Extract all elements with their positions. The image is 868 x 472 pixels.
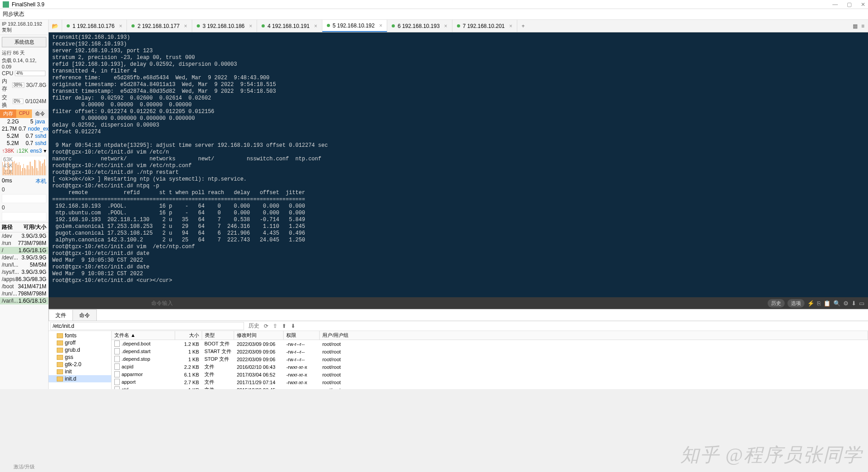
tree-node[interactable]: gtk-2.0 [49, 361, 111, 368]
lat-chart [2, 194, 46, 203]
close-icon[interactable]: × [509, 23, 512, 29]
status-dot-icon [392, 24, 395, 27]
sysinfo-button[interactable]: 系统信息 [2, 37, 46, 47]
app-icon [3, 1, 9, 8]
disk-row: /boot341M/471M [0, 283, 48, 290]
folder-icon [57, 348, 63, 353]
copy-icon[interactable]: ⎘ [817, 300, 821, 307]
history-label[interactable]: 历史 [247, 322, 261, 330]
file-row[interactable]: acpid2.2 KB文件2016/02/10 06:43-rwxr-xr-xr… [112, 363, 868, 371]
close-icon[interactable]: × [119, 23, 122, 29]
disk-row: /dev/...3.9G/3.9G [0, 254, 48, 261]
tree-node[interactable]: gss [49, 354, 111, 361]
paste-icon[interactable]: 📋 [823, 300, 831, 307]
command-input[interactable] [151, 300, 466, 306]
tab-file[interactable]: 文件 [49, 309, 73, 321]
file-list[interactable]: 文件名 ▲ 大小 类型 修改时间 权限 用户/用户组 .depend.boot1… [112, 331, 868, 389]
status-dot-icon [327, 24, 330, 27]
command-bar: 历史 选项 ⚡ ⎘ 📋 🔍 ⚙ ⬇ ▭ [49, 297, 868, 309]
session-tab[interactable]: 1 192.168.10.176× [62, 20, 127, 32]
session-tab[interactable]: 5 192.168.10.192× [322, 20, 387, 32]
disk-row: /1.6G/18.1G [0, 247, 48, 254]
menu-icon[interactable]: ≡ [861, 23, 864, 29]
close-button[interactable]: ✕ [861, 1, 865, 8]
file-row[interactable]: apparmor6.1 KB文件2017/03/04 06:52-rwxr-xr… [112, 371, 868, 378]
search-icon[interactable]: 🔍 [833, 300, 841, 307]
disk-row: /apps86.3G/98.3G [0, 276, 48, 283]
file-row[interactable]: atd1 KB文件2015/12/06 23:45-rwxr-xr-xroot/… [112, 386, 868, 389]
status-dot-icon [457, 24, 460, 27]
add-tab-button[interactable]: + [517, 20, 529, 32]
download-icon[interactable]: ⬇ [851, 300, 856, 307]
folder-icon [57, 355, 63, 360]
file-row[interactable]: .depend.boot1.2 KBBOOT 文件2022/03/09 09:0… [112, 340, 868, 348]
session-tab[interactable]: 3 192.168.10.186× [192, 20, 257, 32]
disk-row: /sys/f...3.9G/3.9G [0, 268, 48, 276]
session-tab[interactable]: 7 192.168.10.201× [452, 20, 517, 32]
tree-node[interactable]: groff [49, 339, 111, 346]
folder-icon [57, 333, 63, 338]
file-icon [114, 348, 120, 354]
min-button[interactable]: — [832, 1, 838, 8]
download2-icon[interactable]: ⬇ [289, 323, 297, 329]
latency: 0ms本机 [0, 177, 48, 186]
file-icon [114, 356, 120, 362]
history-button[interactable]: 历史 [768, 299, 785, 308]
disk-row: /run/...798M/798M [0, 290, 48, 297]
tabbar: 📂 1 192.168.10.176×2 192.168.10.177×3 19… [49, 20, 868, 32]
proc-row: 2.2G5java [0, 118, 48, 125]
gear-icon[interactable]: ⚙ [843, 300, 849, 307]
session-tab[interactable]: 4 192.168.10.191× [257, 20, 322, 32]
refresh-icon[interactable]: ⟳ [262, 323, 270, 329]
options-button[interactable]: 选项 [787, 299, 805, 308]
fullscreen-icon[interactable]: ▭ [859, 300, 864, 307]
tab-cpu[interactable]: CPU [16, 109, 32, 118]
ip-label[interactable]: IP 192.168.10.192 复制 [0, 20, 48, 35]
file-row[interactable]: .depend.stop1 KBSTOP 文件2022/03/09 09:06-… [112, 355, 868, 363]
upload-icon[interactable]: ⬆ [280, 323, 288, 329]
tree-node[interactable]: grub.d [49, 346, 111, 354]
up-icon[interactable]: ⇧ [271, 323, 279, 329]
bolt-icon[interactable]: ⚡ [807, 300, 814, 307]
folder-icon[interactable]: 📂 [49, 20, 62, 32]
close-icon[interactable]: × [184, 23, 187, 29]
file-icon [114, 386, 120, 389]
tab-cmd[interactable]: 命令 [32, 109, 48, 118]
folder-icon [57, 340, 63, 345]
tree-node[interactable]: init.d [49, 375, 111, 382]
folder-tree[interactable]: fontsgroffgrub.dgssgtk-2.0initinit.d [49, 331, 112, 389]
max-button[interactable]: ▢ [847, 1, 852, 8]
activate-link[interactable]: 激活/升级 [0, 462, 48, 472]
uptime: 运行 86 天 [0, 49, 48, 57]
tab-mem[interactable]: 内存 [0, 109, 16, 118]
tab-cmd2[interactable]: 命令 [72, 309, 97, 321]
load: 负载 0.14, 0.12, 0.09 [0, 57, 48, 70]
session-tab[interactable]: 6 192.168.10.193× [387, 20, 452, 32]
file-row[interactable]: .depend.start1 KBSTART 文件2022/03/09 09:0… [112, 348, 868, 355]
close-icon[interactable]: × [314, 23, 317, 29]
terminal[interactable]: transmit(192.168.10.193) receive(192.168… [49, 32, 868, 297]
folder-icon [57, 377, 63, 381]
swap-row: 交换 0% 0/1024M [0, 93, 48, 109]
disk-header: 路径可用/大小 [0, 222, 48, 232]
folder-icon [57, 362, 63, 367]
disk-row: /run773M/798M [0, 240, 48, 247]
tree-node[interactable]: init [49, 368, 111, 375]
status-dot-icon [197, 24, 200, 27]
close-icon[interactable]: × [379, 23, 382, 29]
sidebar: IP 192.168.10.192 复制 系统信息 运行 86 天 负载 0.1… [0, 20, 49, 389]
mini-tabs: 内存 CPU 命令 [0, 109, 48, 118]
path-input[interactable] [50, 322, 244, 330]
tree-node[interactable]: fonts [49, 332, 111, 339]
sync-status: 同步状态 [0, 9, 868, 20]
close-icon[interactable]: × [249, 23, 252, 29]
close-icon[interactable]: × [444, 23, 448, 29]
file-icon [114, 340, 120, 347]
mem-row: 内存 38% 3G/7.8G [0, 77, 48, 93]
file-row[interactable]: apport2.7 KB文件2017/11/29 07:14-rwxr-xr-x… [112, 378, 868, 386]
session-tab[interactable]: 2 192.168.10.177× [127, 20, 192, 32]
grid-icon[interactable]: ▦ [853, 23, 858, 29]
status-dot-icon [131, 24, 135, 27]
app-title: FinalShell 3.9 [12, 1, 45, 8]
file-panel: 文件 命令 历史 ⟳ ⇧ ⬆ ⬇ fontsgroffgrub.dgssgtk-… [49, 309, 868, 389]
